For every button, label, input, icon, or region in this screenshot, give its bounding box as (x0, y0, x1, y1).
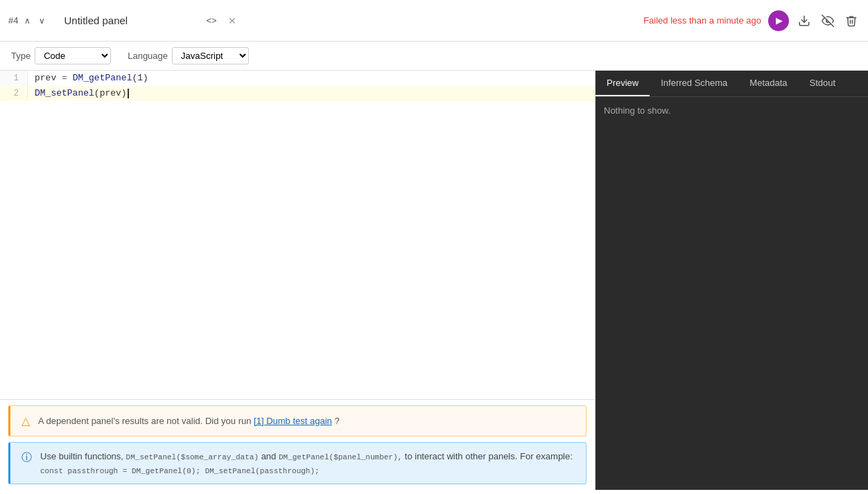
line-number-1: 1 (0, 71, 28, 86)
info-code-1: DM_setPanel($some_array_data) (126, 453, 259, 461)
header-bar: #4 ∧ ∨ <> ✕ Failed less than a minute ag… (0, 0, 868, 42)
code-editor[interactable]: 1 prev = DM_getPanel(1) 2 DM_setPanel(pr… (0, 71, 595, 399)
header-right: Failed less than a minute ago ▶ (643, 10, 860, 31)
language-field: Language JavaScript Python SQL (128, 47, 249, 64)
preview-section: Preview Inferred Schema Metadata Stdout … (596, 71, 868, 490)
panel-number: #4 (8, 15, 18, 26)
code-line-1: 1 prev = DM_getPanel(1) (0, 71, 595, 86)
code-content-1: prev = DM_getPanel(1) (28, 71, 148, 86)
tab-preview[interactable]: Preview (596, 71, 650, 96)
info-code-3: const passthrough = DM_getPanel(0); DM_s… (40, 467, 320, 475)
info-text: Use builtin functions, DM_setPanel($some… (40, 450, 575, 477)
editor-section: 1 prev = DM_getPanel(1) 2 DM_setPanel(pr… (0, 71, 596, 490)
type-label: Type (11, 51, 31, 61)
run-icon: ▶ (776, 15, 783, 26)
header-left: #4 ∧ ∨ <> ✕ (8, 13, 643, 28)
code-content-2: DM_setPanel(prev) (28, 86, 129, 101)
down-arrow-button[interactable]: ∨ (37, 15, 47, 27)
visibility-button[interactable] (819, 12, 836, 29)
code-line-2: 2 DM_setPanel(prev) (0, 86, 595, 101)
line-number-2: 2 (0, 86, 28, 101)
preview-empty-text: Nothing to show. (604, 105, 670, 116)
eye-off-icon (822, 15, 834, 27)
download-icon (798, 15, 810, 27)
code-toggle-button[interactable]: <> (202, 13, 220, 28)
type-select[interactable]: Code Query Markdown (35, 47, 111, 64)
preview-tabs: Preview Inferred Schema Metadata Stdout (596, 71, 868, 97)
warning-link[interactable]: [1] Dumb test again (254, 416, 332, 426)
tab-metadata[interactable]: Metadata (738, 71, 798, 96)
info-box: ⓘ Use builtin functions, DM_setPanel($so… (8, 442, 587, 484)
warning-text-before: A dependent panel's results are not vali… (38, 416, 254, 426)
status-text: Failed less than a minute ago (643, 15, 761, 26)
panel-title-input[interactable] (61, 13, 198, 28)
close-button[interactable]: ✕ (225, 13, 240, 28)
up-arrow-button[interactable]: ∧ (22, 15, 33, 27)
warning-text-after: ? (332, 416, 340, 426)
download-button[interactable] (796, 12, 813, 29)
run-button[interactable]: ▶ (768, 10, 789, 31)
warning-box: △ A dependent panel's results are not va… (8, 405, 587, 436)
tab-stdout[interactable]: Stdout (799, 71, 847, 96)
trash-icon (845, 15, 858, 27)
bottom-boxes: △ A dependent panel's results are not va… (0, 399, 595, 490)
info-code-2: DM_getPanel($panel_number), (279, 453, 402, 461)
meta-bar: Type Code Query Markdown Language JavaSc… (0, 42, 868, 71)
preview-content: Nothing to show. (596, 97, 868, 490)
language-label: Language (128, 51, 168, 61)
warning-icon: △ (21, 414, 30, 427)
info-icon: ⓘ (21, 451, 32, 464)
delete-button[interactable] (843, 12, 860, 29)
language-select[interactable]: JavaScript Python SQL (172, 47, 249, 64)
tab-inferred-schema[interactable]: Inferred Schema (650, 71, 738, 96)
type-field: Type Code Query Markdown (11, 47, 111, 64)
main-content: 1 prev = DM_getPanel(1) 2 DM_setPanel(pr… (0, 71, 868, 490)
warning-text: A dependent panel's results are not vali… (38, 416, 340, 426)
